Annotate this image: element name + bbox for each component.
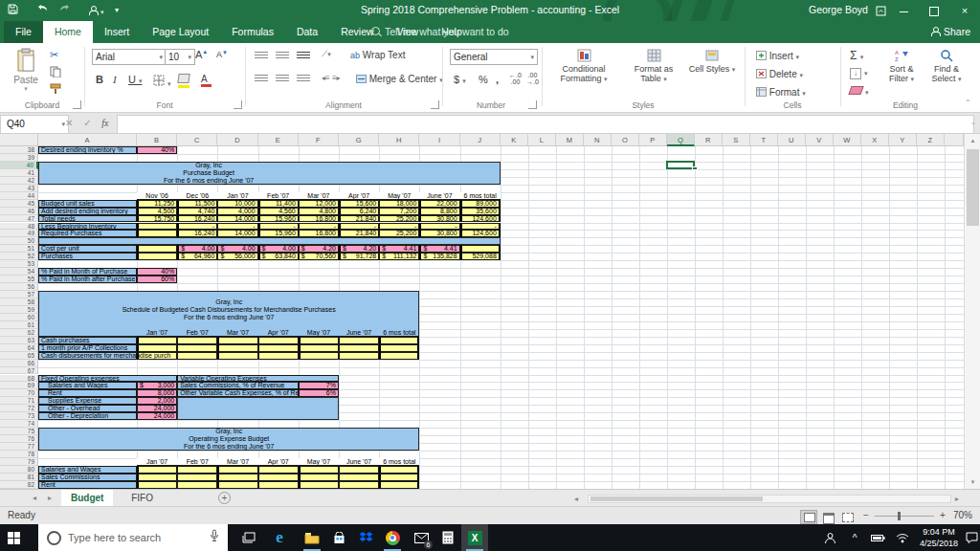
cell-E63[interactable] [258, 337, 299, 344]
cell-B80[interactable] [137, 466, 177, 474]
wrap-text-button[interactable]: ab Wrap Text [350, 50, 405, 60]
cell-C81[interactable] [177, 474, 217, 481]
cell-D45[interactable]: 10,000 [217, 200, 257, 208]
column-header-J[interactable]: J [460, 134, 501, 146]
normal-view-button[interactable] [800, 510, 817, 524]
row-header-73[interactable]: 73 [0, 412, 38, 420]
cell-J48[interactable]: - [460, 223, 501, 231]
cell-H46[interactable]: 7,200 [379, 208, 419, 215]
cell-E80[interactable] [258, 466, 299, 474]
cell-D81[interactable] [217, 474, 257, 481]
row-header-50[interactable]: 50 [0, 237, 38, 245]
underline-button[interactable]: U ▾ [128, 74, 143, 85]
cell-D46[interactable]: 4,000 [217, 208, 257, 215]
cell-D63[interactable] [217, 337, 257, 344]
cell-C44[interactable]: Dec '06 [177, 192, 217, 200]
cell-E79[interactable]: Apr '07 [258, 458, 299, 466]
cell-B49[interactable] [137, 230, 177, 237]
format-as-table-button[interactable]: Format as Table ▾ [626, 49, 681, 84]
restore-button[interactable] [919, 0, 949, 21]
mail-icon[interactable]: 6 [408, 524, 434, 551]
cell-G81[interactable] [339, 474, 379, 481]
column-header-V[interactable]: V [806, 134, 834, 146]
cut-icon[interactable]: ✂ [50, 49, 58, 61]
cell-G44[interactable]: Apr '07 [339, 192, 379, 200]
merged-band-r71[interactable] [177, 397, 339, 420]
cell-B46[interactable]: 4,500 [137, 208, 177, 215]
scroll-down-icon[interactable]: ▾ [965, 475, 980, 489]
title-cell-76[interactable]: Operating Expense Budget [38, 435, 419, 443]
fill-handle[interactable] [692, 166, 698, 170]
bold-button[interactable]: B [96, 74, 103, 85]
copy-icon[interactable] [50, 66, 61, 79]
column-header-Z[interactable]: Z [917, 134, 945, 146]
calculator-icon[interactable] [434, 524, 461, 551]
cell-G45[interactable]: 15,600 [339, 200, 379, 208]
cell-C68[interactable]: Variable Operating Expenses [177, 375, 339, 383]
row-label-51[interactable]: Cost per unit [38, 245, 137, 253]
increase-decimal-icon[interactable]: ←.0.00 [509, 72, 522, 85]
cell-D49[interactable]: 14,000 [217, 230, 257, 237]
row-header-81[interactable]: 81 [0, 474, 38, 481]
expand-formula-bar-icon[interactable]: ⌄ [970, 119, 976, 126]
align-right-icon[interactable] [297, 75, 310, 83]
column-header-Q[interactable]: Q [667, 134, 695, 146]
cell-F51[interactable]: $4.20 [299, 245, 339, 253]
cell-B73[interactable]: 24,000 [137, 412, 177, 420]
cell-I49[interactable]: 30,800 [419, 230, 459, 237]
page-break-view-button[interactable] [838, 510, 856, 524]
column-header-R[interactable]: R [695, 134, 723, 146]
people-tray-icon[interactable] [819, 524, 840, 551]
select-all-corner[interactable] [0, 134, 38, 146]
cell-F48[interactable]: - [299, 223, 339, 231]
minimize-button[interactable] [888, 0, 919, 21]
prev-sheet-icon[interactable]: ◂ [33, 494, 36, 502]
title-cell-41[interactable]: Purchase Budget [38, 169, 379, 177]
hscroll-right-icon[interactable]: ▸ [955, 495, 959, 503]
cell-B71[interactable]: 2,000 [137, 397, 177, 405]
clipboard-dialog-launcher[interactable] [73, 100, 81, 109]
row-label-46[interactable]: Add desired ending inventory [38, 208, 137, 215]
cell-D52[interactable]: $56,000 [217, 253, 257, 260]
cell-G80[interactable] [339, 466, 379, 474]
row-header-57[interactable]: 57 [0, 291, 38, 298]
cell-C49[interactable]: 16,240 [177, 230, 217, 237]
cell-D51[interactable]: $4.00 [217, 245, 257, 253]
cell-I44[interactable]: June '07 [419, 192, 459, 200]
cell-E64[interactable] [258, 344, 299, 352]
cell-H64[interactable] [379, 344, 419, 352]
cell-G49[interactable]: 21,840 [339, 230, 379, 237]
row-header-51[interactable]: 51 [0, 245, 38, 253]
row-header-45[interactable]: 45 [0, 200, 38, 208]
cell-D82[interactable] [217, 481, 257, 489]
share-button[interactable]: Share [931, 21, 970, 43]
cell-E49[interactable]: 15,960 [258, 230, 299, 237]
row-header-76[interactable]: 76 [0, 435, 38, 443]
cell-A73[interactable]: Other - Depreciation [38, 412, 137, 420]
format-cells-button[interactable]: Format ▾ [756, 87, 806, 98]
row-header-60[interactable]: 60 [0, 314, 38, 321]
confirm-entry-icon[interactable]: ✓ [83, 118, 91, 128]
cell-A70[interactable]: Rent [38, 389, 137, 397]
cell-F65[interactable] [299, 352, 339, 360]
cell-J52[interactable]: 529,088 [460, 253, 501, 260]
cell-F80[interactable] [299, 466, 339, 474]
cell-styles-button[interactable]: Cell Styles ▾ [687, 49, 737, 75]
cell-C64[interactable] [177, 344, 217, 352]
hidden-icons-chevron[interactable]: ^ [846, 524, 863, 551]
conditional-formatting-button[interactable]: Conditional Formatting ▾ [547, 49, 620, 84]
zoom-level[interactable]: 70% [953, 510, 972, 520]
row-label-52[interactable]: Purchases [38, 253, 137, 260]
row-header-41[interactable]: 41 [0, 169, 38, 177]
cell-H79[interactable]: 6 mos total [379, 458, 419, 466]
cell-H63[interactable] [379, 337, 419, 344]
row-header-48[interactable]: 48 [0, 223, 38, 231]
column-header-I[interactable]: I [419, 134, 459, 146]
row-header-40[interactable]: 40 [0, 162, 38, 169]
column-header-W[interactable]: W [834, 134, 861, 146]
format-painter-icon[interactable] [50, 83, 61, 97]
name-box[interactable]: Q40▾ [0, 115, 69, 134]
autosum-icon[interactable]: Σ ▾ [850, 49, 863, 62]
number-format-select[interactable]: General▾ [450, 49, 538, 65]
cell-F49[interactable]: 16,800 [299, 230, 339, 237]
